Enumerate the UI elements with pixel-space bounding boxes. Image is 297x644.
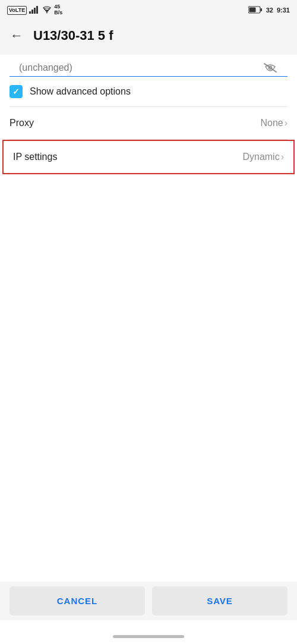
battery-percent: 32 bbox=[266, 7, 273, 14]
svg-rect-0 bbox=[29, 11, 31, 14]
svg-point-4 bbox=[46, 12, 48, 13]
proxy-value-container: None › bbox=[260, 118, 287, 128]
checkmark-icon: ✓ bbox=[12, 87, 20, 96]
ip-settings-row[interactable]: IP settings Dynamic › bbox=[2, 140, 295, 174]
ip-settings-chevron-icon: › bbox=[281, 152, 284, 162]
header: ← U13/30-31 5 f bbox=[0, 19, 297, 55]
wifi-icon bbox=[42, 6, 52, 15]
svg-rect-7 bbox=[249, 7, 255, 12]
svg-rect-2 bbox=[34, 8, 36, 14]
status-right: 32 9:31 bbox=[248, 6, 290, 15]
proxy-chevron-icon: › bbox=[285, 118, 287, 128]
svg-rect-1 bbox=[31, 10, 33, 14]
ip-settings-value: Dynamic bbox=[242, 152, 279, 162]
time-display: 9:31 bbox=[277, 7, 290, 14]
svg-rect-6 bbox=[260, 8, 262, 11]
password-field-container bbox=[10, 55, 287, 77]
page-title: U13/30-31 5 f bbox=[33, 28, 113, 43]
toggle-password-visibility-icon[interactable] bbox=[263, 62, 278, 74]
svg-rect-3 bbox=[36, 6, 38, 14]
back-arrow-icon: ← bbox=[10, 28, 23, 43]
save-button[interactable]: SAVE bbox=[152, 586, 287, 615]
bottom-buttons: CANCEL SAVE bbox=[0, 582, 297, 620]
advanced-options-label: Show advanced options bbox=[30, 86, 131, 97]
cancel-button[interactable]: CANCEL bbox=[10, 586, 145, 615]
back-button[interactable]: ← bbox=[5, 24, 29, 48]
status-left: VoLTE 45B/s bbox=[7, 4, 62, 16]
data-speed: 45B/s bbox=[54, 4, 62, 16]
volte-badge: VoLTE bbox=[7, 6, 27, 15]
proxy-label: Proxy bbox=[10, 118, 34, 128]
ip-settings-label: IP settings bbox=[13, 152, 57, 162]
battery-icon bbox=[248, 6, 263, 15]
ip-settings-value-container: Dynamic › bbox=[242, 152, 284, 162]
advanced-options-row[interactable]: ✓ Show advanced options bbox=[0, 77, 297, 106]
signal-4g bbox=[29, 6, 40, 15]
status-bar: VoLTE 45B/s bbox=[0, 0, 297, 19]
proxy-row[interactable]: Proxy None › bbox=[0, 107, 297, 139]
password-input[interactable] bbox=[19, 62, 263, 73]
advanced-options-checkbox[interactable]: ✓ bbox=[10, 85, 23, 98]
home-indicator bbox=[113, 635, 184, 638]
proxy-value: None bbox=[260, 118, 283, 128]
main-content: ✓ Show advanced options Proxy None › IP … bbox=[0, 55, 297, 644]
